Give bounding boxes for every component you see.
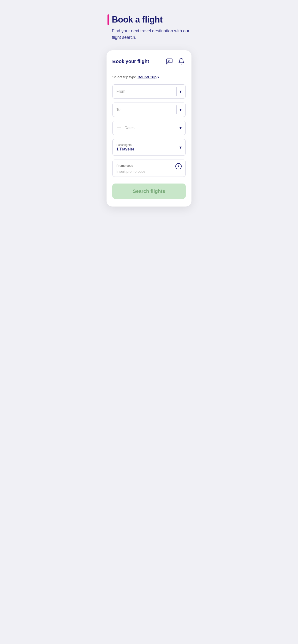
card-header-icons	[165, 57, 186, 66]
passengers-chevron-icon: ▾	[180, 145, 182, 150]
dates-field-inner: Dates	[124, 126, 180, 130]
svg-rect-0	[167, 59, 172, 63]
search-flights-button[interactable]: Search flights	[112, 184, 186, 199]
header-section: Book a flight Find your next travel dest…	[106, 14, 192, 41]
from-chevron-icon: ▾	[180, 89, 182, 94]
to-placeholder: To	[116, 108, 174, 112]
svg-rect-3	[117, 126, 121, 130]
bell-icon	[178, 58, 185, 65]
card-title: Book your flight	[112, 59, 149, 64]
passengers-field[interactable]: Passengers 1 Traveler ▾	[112, 139, 186, 156]
passengers-field-inner: Passengers 1 Traveler	[116, 143, 180, 152]
title-accent-bar	[107, 14, 109, 25]
to-field[interactable]: To ▾	[112, 102, 186, 117]
passengers-label: Passengers	[116, 143, 180, 146]
card-header: Book your flight	[112, 57, 186, 70]
dates-placeholder: Dates	[124, 126, 180, 130]
promo-field[interactable]: Promo code i Insert promo code	[112, 160, 186, 177]
trip-type-row: Select trip type Round Trip ▾	[112, 75, 186, 79]
to-chevron-icon: ▾	[180, 107, 182, 112]
title-wrapper: Book a flight	[107, 14, 192, 25]
booking-card: Book your flight	[106, 50, 192, 206]
dates-chevron-icon: ▾	[180, 125, 182, 130]
from-placeholder: From	[116, 89, 174, 94]
chat-icon	[166, 58, 173, 65]
trip-type-label: Select trip type	[112, 75, 136, 79]
page-subtitle: Find your next travel destination with o…	[107, 28, 192, 41]
from-divider	[176, 87, 177, 96]
chat-icon-button[interactable]	[165, 57, 174, 66]
promo-field-content: Promo code i Insert promo code	[116, 163, 182, 174]
to-field-inner: To	[116, 108, 174, 112]
promo-placeholder: Insert promo code	[116, 170, 182, 174]
bell-icon-button[interactable]	[177, 57, 186, 66]
promo-label: Promo code	[116, 164, 133, 168]
calendar-icon	[116, 125, 122, 131]
promo-field-top: Promo code i	[116, 163, 182, 170]
from-field-inner: From	[116, 89, 174, 94]
trip-type-chevron-icon[interactable]: ▾	[158, 75, 159, 79]
trip-type-value[interactable]: Round Trip	[137, 75, 157, 79]
screen: Book a flight Find your next travel dest…	[99, 0, 199, 216]
page-title: Book a flight	[112, 14, 163, 25]
dates-field[interactable]: Dates ▾	[112, 121, 186, 135]
passengers-value: 1 Traveler	[116, 147, 180, 152]
info-icon[interactable]: i	[175, 163, 182, 170]
to-divider	[176, 106, 177, 114]
from-field[interactable]: From ▾	[112, 84, 186, 99]
